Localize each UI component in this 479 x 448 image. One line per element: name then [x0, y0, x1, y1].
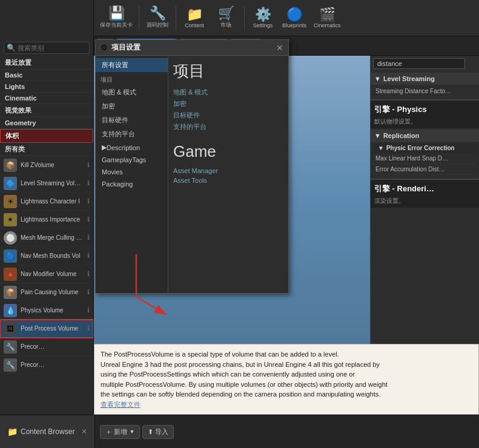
list-item-post-process[interactable]: 🖼 Post Process Volume ℹ [0, 320, 93, 338]
list-item[interactable]: 📦 Pain Causing Volume ℹ [0, 283, 93, 301]
list-item[interactable]: 🔵 Nav Mesh Bounds Vol ℹ [0, 247, 93, 265]
nav-encryption[interactable]: 加密 [96, 99, 168, 113]
content-browser-actions: ＋ 新增 ▼ ⬆ 导入 [95, 415, 179, 448]
list-item[interactable]: 💧 Physics Volume ℹ [0, 301, 93, 320]
view-full-doc-link[interactable]: 查看完整文件 [101, 401, 140, 408]
nav-description[interactable]: ▶ Description [96, 141, 168, 154]
close-button[interactable]: ✕ [276, 43, 283, 53]
level-streaming-group: ▼ Level Streaming Streaming Distance Fac… [371, 73, 479, 98]
list-item[interactable]: ☀ Lightmass Character I ℹ [0, 193, 93, 211]
add-new-button[interactable]: ＋ 新增 ▼ [100, 425, 140, 439]
search-input[interactable] [18, 44, 87, 51]
content-button[interactable]: 📁 Content [179, 2, 210, 34]
encryption-link[interactable]: 加密 [173, 98, 283, 110]
item-info-nav-mod[interactable]: ℹ [87, 270, 90, 278]
nav-supported-platforms[interactable]: 支持的平台 [96, 127, 168, 141]
supported-platforms-link[interactable]: 支持的平台 [173, 121, 283, 133]
project-settings-nav: 所有设置 项目 地图 & 模式 加密 目标硬件 支持的平台 ▶ Descript… [96, 56, 168, 293]
item-info-pain[interactable]: ℹ [87, 288, 90, 296]
item-info-post-process[interactable]: ℹ [87, 324, 90, 332]
content-browser-tab[interactable]: 📁 Content Browser ✕ [0, 415, 95, 448]
list-item[interactable]: 🔧 Precor… [0, 338, 93, 356]
item-info-lightmass-imp[interactable]: ℹ [87, 216, 90, 223]
render-subtitle: 渲染设置。 [371, 196, 479, 208]
list-item[interactable]: ⚪ Mesh Merge Culling Vol ℹ [0, 229, 93, 247]
market-icon: 🛒 [218, 7, 234, 20]
item-label-level-streaming: Level Streaming Volu… [21, 180, 84, 186]
search-area: 🔍 [0, 39, 93, 56]
replication-header[interactable]: ▼ Replication [371, 130, 479, 142]
item-icon-nav-mesh: 🔵 [4, 249, 17, 263]
tooltip-line-4: multiple PostProcessVolume. By using mul… [101, 380, 472, 390]
nav-target-hw[interactable]: 目标硬件 [96, 113, 168, 127]
item-icon-precor1: 🔧 [4, 340, 17, 354]
search-box[interactable]: 🔍 [4, 42, 90, 54]
maps-modes-link[interactable]: 地图 & 模式 [173, 87, 283, 98]
sidebar-item-recent[interactable]: 最近放置 [0, 56, 93, 70]
list-item[interactable]: 🔷 Level Streaming Volu… ℹ [0, 174, 93, 193]
sidebar-item-geometry[interactable]: Geometry [0, 117, 93, 129]
cinematics-button[interactable]: 🎬 Cinematics [310, 2, 345, 34]
max-linear-row[interactable]: Max Linear Hard Snap D… [373, 153, 477, 164]
error-accum-row[interactable]: Error Accumulation Dist… [373, 164, 477, 175]
nav-movies[interactable]: Movies [96, 166, 168, 178]
market-button[interactable]: 🛒 市场 [210, 2, 242, 34]
sidebar-item-visual[interactable]: 视觉效果 [0, 104, 93, 117]
settings-button[interactable]: ⚙️ Settings [247, 2, 279, 34]
blueprints-icon: 🔵 [286, 8, 303, 21]
item-info-lightmass-char[interactable]: ℹ [87, 197, 90, 205]
sidebar-item-volume[interactable]: 体积 [0, 129, 93, 143]
list-item[interactable]: ✴ Lightmass Importance ℹ [0, 211, 93, 229]
blueprints-button[interactable]: 🔵 Blueprints [279, 2, 310, 34]
tooltip-box: The PostProcessVolume is a special type … [94, 344, 479, 415]
market-label: 市场 [220, 21, 231, 29]
sidebar-item-all[interactable]: 所有类 [0, 143, 93, 156]
save-button[interactable]: 💾 保存当前关卡 [96, 2, 136, 34]
settings-label: Settings [253, 22, 273, 28]
sidebar-item-lights[interactable]: Lights [0, 81, 93, 93]
physics-section-header: 引擎 - Physics [371, 99, 479, 116]
item-label-post-process: Post Process Volume [21, 325, 84, 332]
target-hw-link[interactable]: 目标硬件 [173, 110, 283, 121]
nav-maps-modes[interactable]: 地图 & 模式 [96, 85, 168, 99]
level-streaming-header[interactable]: ▼ Level Streaming [371, 73, 479, 85]
project-settings-body: 所有设置 项目 地图 & 模式 加密 目标硬件 支持的平台 ▶ Descript… [96, 56, 288, 293]
replication-body: ▼ Physic Error Correction Max Linear Har… [371, 142, 479, 176]
item-info-level-streaming[interactable]: ℹ [87, 179, 90, 187]
list-item[interactable]: 🔺 Nav Modifier Volume ℹ [0, 265, 93, 283]
settings-icon: ⚙️ [255, 8, 271, 21]
nav-packaging[interactable]: Packaging [96, 178, 168, 190]
item-label-kill-z: Kill ZVolume [21, 162, 84, 168]
project-settings-content: 项目 地图 & 模式 加密 目标硬件 支持的平台 Game Asset Mana… [168, 56, 288, 293]
item-info-nav-mesh[interactable]: ℹ [87, 252, 90, 260]
nav-section-project: 项目 [96, 72, 168, 85]
streaming-distance-row[interactable]: Streaming Distance Facto… [373, 86, 477, 97]
asset-manager-link[interactable]: Asset Manager [173, 166, 283, 176]
source-icon: 🔧 [150, 7, 166, 20]
close-cb-icon[interactable]: ✕ [81, 427, 87, 436]
item-icon-level-streaming: 🔷 [4, 177, 17, 190]
nav-gameplay-tags[interactable]: GameplayTags [96, 154, 168, 166]
blueprints-label: Blueprints [282, 22, 306, 28]
import-button[interactable]: ⬆ 导入 [142, 425, 174, 439]
sidebar-item-basic[interactable]: Basic [0, 70, 93, 81]
item-label-mesh-merge: Mesh Merge Culling Vol [21, 234, 84, 241]
item-info-physics[interactable]: ℹ [87, 306, 90, 314]
detail-search-input[interactable] [373, 58, 465, 69]
item-info-kill-z[interactable]: ℹ [87, 161, 90, 169]
left-sidebar: 🔍 最近放置 Basic Lights Cinematic 视觉效果 Geome… [0, 0, 94, 415]
physics-subtitle: 默认物理设置。 [371, 116, 479, 128]
nav-all-settings[interactable]: 所有设置 [96, 58, 168, 72]
item-label-lightmass-imp: Lightmass Importance [21, 216, 84, 223]
item-info-mesh-merge[interactable]: ℹ [87, 234, 90, 242]
source-control-button[interactable]: 🔧 源码控制 [142, 2, 173, 34]
sidebar-item-cinematic[interactable]: Cinematic [0, 93, 93, 104]
arrow-icon: ▶ [102, 143, 107, 151]
list-item[interactable]: 📦 Kill ZVolume ℹ [0, 156, 93, 174]
content-icon: 📁 [187, 8, 203, 21]
asset-tools-link[interactable]: Asset Tools [173, 176, 283, 185]
physic-error-subheader[interactable]: ▼ Physic Error Correction [373, 143, 477, 153]
list-item[interactable]: 🔧 Precor… [0, 356, 93, 374]
item-icon-mesh-merge: ⚪ [4, 231, 17, 245]
item-label-nav-mod: Nav Modifier Volume [21, 271, 84, 277]
